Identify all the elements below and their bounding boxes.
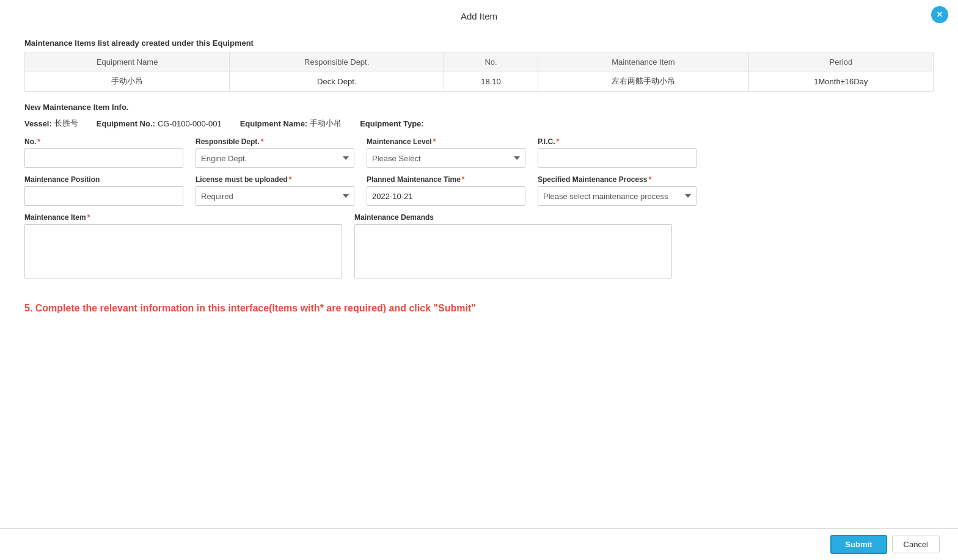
no-label: No.* [24, 137, 183, 146]
planned-time-input[interactable] [367, 186, 525, 206]
maintenance-level-field-group: Maintenance Level* Please Select Level 1… [367, 137, 525, 168]
dialog-title: Add Item [461, 11, 497, 21]
table-row: 手动小吊 Deck Dept. 18.10 左右两舷手动小吊 1Month±16… [25, 71, 934, 92]
new-item-section-title: New Maintenance Item Info. [24, 103, 934, 112]
vessel-info: Vessel: 长胜号 [24, 118, 78, 129]
equipment-type-info: Equipment Type: [360, 119, 426, 128]
no-field-group: No.* [24, 137, 183, 168]
specified-process-field-group: Specified Maintenance Process* Please se… [538, 175, 697, 206]
info-row: Vessel: 长胜号 Equipment No.: CG-0100-000-0… [24, 118, 934, 129]
close-button[interactable]: × [931, 6, 948, 23]
vessel-value: 长胜号 [54, 118, 78, 129]
maintenance-demands-label: Maintenance Demands [354, 213, 672, 222]
pic-label: P.I.C.* [538, 137, 697, 146]
maintenance-position-field-group: Maintenance Position [24, 175, 183, 206]
existing-list-title: Maintenance Items list already created u… [24, 38, 934, 48]
equipment-name-label: Equipment Name: [240, 119, 308, 128]
col-maintenance-item: Maintenance Item [538, 53, 748, 71]
close-icon: × [937, 9, 942, 20]
equipment-type-label: Equipment Type: [360, 119, 423, 128]
license-select[interactable]: Required Not Required [196, 186, 354, 206]
specified-process-label: Specified Maintenance Process* [538, 175, 697, 184]
cell-equipment-name: 手动小吊 [25, 71, 230, 92]
license-label: License must be uploaded* [196, 175, 354, 184]
cell-period: 1Month±16Day [748, 71, 933, 92]
equipment-no-info: Equipment No.: CG-0100-000-001 [97, 119, 222, 128]
maintenance-item-textarea[interactable] [24, 224, 342, 278]
col-responsible-dept: Responsible Dept. [230, 53, 444, 71]
maintenance-item-label: Maintenance Item* [24, 213, 342, 222]
maintenance-position-label: Maintenance Position [24, 175, 183, 184]
maintenance-level-select[interactable]: Please Select Level 1 Level 2 Level 3 [367, 148, 525, 168]
responsible-dept-label: Responsible Dept.* [196, 137, 354, 146]
dialog-body: Maintenance Items list already created u… [0, 29, 958, 528]
vessel-label: Vessel: [24, 119, 52, 128]
equipment-no-value: CG-0100-000-001 [158, 119, 222, 128]
dialog-header: Add Item × [0, 0, 958, 29]
equipment-name-value: 手动小吊 [310, 118, 342, 129]
pic-input[interactable] [538, 148, 697, 168]
planned-time-field-group: Planned Maintenance Time* [367, 175, 525, 206]
cell-no: 18.10 [444, 71, 538, 92]
maintenance-level-label: Maintenance Level* [367, 137, 525, 146]
cell-responsible-dept: Deck Dept. [230, 71, 444, 92]
responsible-dept-select[interactable]: Engine Dept. Deck Dept. Other [196, 148, 354, 168]
equipment-no-label: Equipment No.: [97, 119, 155, 128]
pic-field-group: P.I.C.* [538, 137, 697, 168]
col-period: Period [748, 53, 933, 71]
cell-maintenance-item: 左右两舷手动小吊 [538, 71, 748, 92]
maintenance-demands-textarea[interactable] [354, 224, 672, 278]
maintenance-item-field-group: Maintenance Item* [24, 213, 342, 278]
maintenance-demands-field-group: Maintenance Demands [354, 213, 672, 278]
table-header: Equipment Name Responsible Dept. No. Mai… [25, 53, 934, 71]
planned-time-label: Planned Maintenance Time* [367, 175, 525, 184]
bottom-fields: Maintenance Item* Maintenance Demands [24, 213, 934, 278]
submit-button[interactable]: Submit [830, 535, 887, 554]
no-input[interactable] [24, 148, 183, 168]
maintenance-position-input[interactable] [24, 186, 183, 206]
responsible-dept-field-group: Responsible Dept.* Engine Dept. Deck Dep… [196, 137, 354, 168]
cancel-button[interactable]: Cancel [892, 536, 940, 553]
specified-process-select[interactable]: Please select maintenance process Proces… [538, 186, 697, 206]
col-equipment-name: Equipment Name [25, 53, 230, 71]
form-row-2: Maintenance Position License must be upl… [24, 175, 934, 206]
existing-items-table: Equipment Name Responsible Dept. No. Mai… [24, 53, 934, 92]
table-body: 手动小吊 Deck Dept. 18.10 左右两舷手动小吊 1Month±16… [25, 71, 934, 92]
col-no: No. [444, 53, 538, 71]
equipment-name-info: Equipment Name: 手动小吊 [240, 118, 342, 129]
instruction-text: 5. Complete the relevant information in … [24, 288, 934, 314]
add-item-dialog: Add Item × Maintenance Items list alread… [0, 0, 958, 560]
form-row-1: No.* Responsible Dept.* Engine Dept. Dec… [24, 137, 934, 168]
dialog-footer: Submit Cancel [0, 528, 958, 560]
license-field-group: License must be uploaded* Required Not R… [196, 175, 354, 206]
